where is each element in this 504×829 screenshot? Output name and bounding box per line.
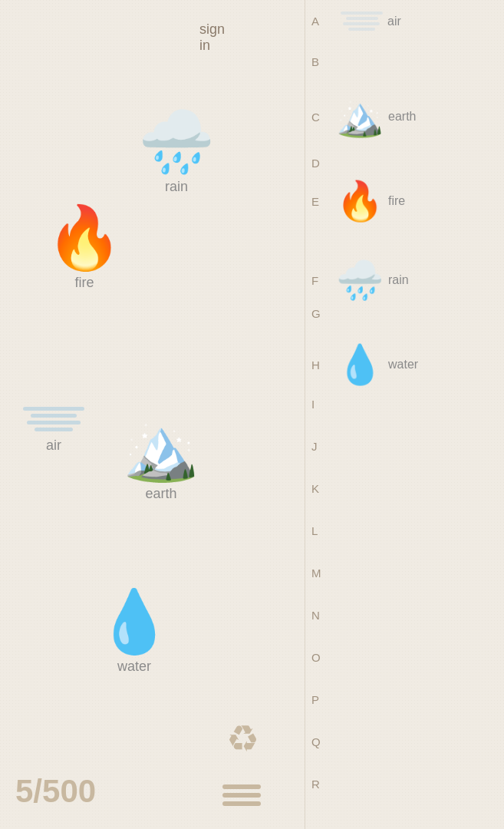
menu-button[interactable] (222, 781, 261, 810)
alpha-letter-J[interactable]: J (311, 440, 318, 453)
fire-icon: 🔥 (46, 207, 123, 269)
right-earth-label: earth (388, 110, 416, 124)
right-alpha-K[interactable]: K (311, 482, 319, 496)
right-rain-label: rain (388, 273, 409, 287)
right-alpha-Q[interactable]: Q (311, 735, 321, 749)
air-icon (23, 407, 84, 431)
right-element-water[interactable]: 💧 water (336, 345, 418, 384)
earth-icon: 🏔️ (123, 418, 199, 480)
alpha-letter-L[interactable]: L (311, 524, 318, 537)
main-panel: sign in 🌧️ rain 🔥 fire air 🏔️ earth 💧 wa… (0, 0, 307, 829)
right-air-label: air (387, 15, 401, 28)
alpha-letter-O[interactable]: O (311, 651, 321, 664)
rain-label: rain (165, 179, 188, 195)
alpha-letter-K[interactable]: K (311, 482, 319, 495)
right-alpha-R[interactable]: R (311, 778, 320, 791)
element-air[interactable]: air (23, 407, 84, 454)
alpha-letter-G[interactable]: G (311, 307, 321, 320)
alpha-letter-R[interactable]: R (311, 778, 320, 791)
alpha-letter-M[interactable]: M (311, 566, 321, 580)
right-alpha-B[interactable]: B (311, 55, 319, 69)
sign-in-label: sign in (199, 21, 225, 53)
alpha-letter-Q[interactable]: Q (311, 735, 321, 748)
alpha-letter-D[interactable]: D (311, 157, 320, 170)
right-rain-icon: 🌧️ (336, 261, 384, 299)
element-earth[interactable]: 🏔️ earth (123, 418, 199, 502)
alpha-letter-F[interactable]: F (311, 274, 327, 287)
right-element-air[interactable]: air (341, 12, 401, 31)
right-alpha-E: E 🔥 fire (311, 182, 496, 220)
alpha-letter-A[interactable]: A (311, 15, 327, 28)
right-alpha-H: H 💧 water (311, 345, 496, 384)
right-panel: A air B C 🏔️ earth D E 🔥 fire (305, 0, 504, 829)
alpha-letter-H[interactable]: H (311, 358, 327, 372)
right-earth-icon: 🏔️ (336, 97, 384, 136)
right-element-earth[interactable]: 🏔️ earth (336, 97, 416, 136)
element-fire[interactable]: 🔥 fire (46, 207, 123, 291)
right-element-fire[interactable]: 🔥 fire (336, 182, 405, 220)
rain-icon: 🌧️ (138, 111, 215, 173)
fire-label: fire (74, 275, 94, 291)
right-alpha-N[interactable]: N (311, 609, 320, 623)
earth-label: earth (145, 486, 176, 502)
right-fire-label: fire (388, 194, 405, 208)
right-element-rain[interactable]: 🌧️ rain (336, 261, 409, 299)
score-display: 5/500 (15, 773, 96, 810)
right-alpha-L[interactable]: L (311, 524, 318, 538)
right-alpha-M[interactable]: M (311, 566, 321, 580)
alpha-letter-E[interactable]: E (311, 195, 327, 208)
alpha-letter-I[interactable]: I (311, 398, 315, 411)
right-water-label: water (388, 358, 418, 372)
element-rain[interactable]: 🌧️ rain (138, 111, 215, 195)
alpha-letter-N[interactable]: N (311, 609, 320, 622)
hamburger-icon (222, 784, 261, 789)
recycle-button[interactable]: ♻ (226, 717, 259, 760)
water-icon: 💧 (96, 591, 173, 652)
right-water-icon: 💧 (336, 345, 384, 384)
right-alpha-C: C 🏔️ earth (311, 97, 496, 136)
element-water[interactable]: 💧 water (96, 591, 173, 675)
right-fire-icon: 🔥 (336, 182, 384, 220)
right-alpha-J[interactable]: J (311, 440, 318, 454)
hamburger-icon-3 (222, 801, 261, 806)
right-alpha-F: F 🌧️ rain (311, 261, 496, 299)
recycle-icon: ♻ (226, 718, 259, 759)
water-label: water (117, 659, 151, 675)
right-alpha-G[interactable]: G (311, 307, 321, 321)
score-value: 5/500 (15, 773, 96, 809)
right-alpha-P[interactable]: P (311, 693, 319, 707)
alpha-letter-C[interactable]: C (311, 111, 327, 124)
hamburger-icon-2 (222, 793, 261, 798)
right-air-icon (341, 12, 383, 31)
alpha-letter-B[interactable]: B (311, 55, 319, 68)
right-alpha-I[interactable]: I (311, 398, 315, 411)
alpha-letter-P[interactable]: P (311, 693, 319, 706)
right-alpha-O[interactable]: O (311, 651, 321, 665)
right-alpha-A: A air (311, 12, 496, 31)
right-alpha-D[interactable]: D (311, 157, 320, 170)
air-label: air (46, 438, 61, 454)
